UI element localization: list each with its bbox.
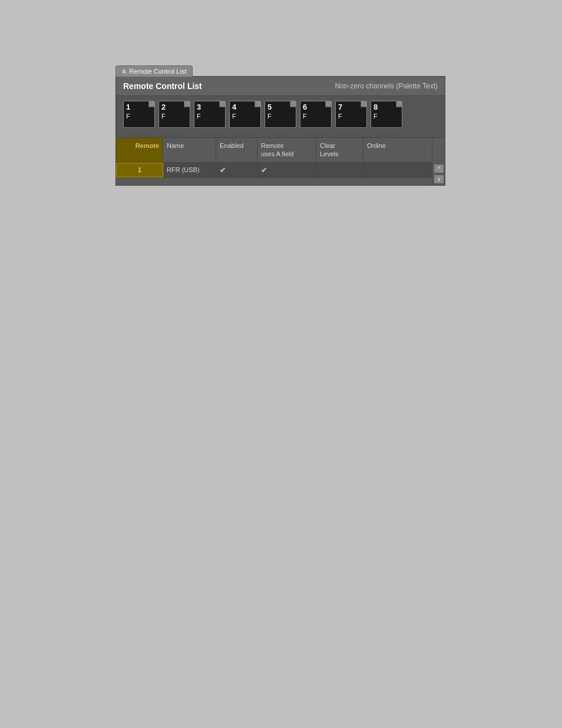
td-name: RFR (USB) <box>163 163 216 177</box>
channel-number: 7 <box>338 103 342 111</box>
channel-button-5[interactable]: 5 F <box>265 101 296 128</box>
scrollbar: ^ v <box>432 163 445 185</box>
channel-letter: F <box>338 113 342 120</box>
th-remote: Remote <box>116 138 163 162</box>
th-name: Name <box>163 138 216 162</box>
channel-letter: F <box>126 113 130 120</box>
table-row[interactable]: 1RFR (USB)✔✔ <box>116 163 432 178</box>
channels-area: 1 F 2 F 3 F 4 F 5 F 6 F 7 F 8 <box>116 96 445 138</box>
channel-letter: F <box>303 113 307 120</box>
panel-title: Remote Control List <box>123 81 202 91</box>
tab-label: 4. Remote Control List <box>122 68 186 75</box>
th-online: Online <box>363 138 405 162</box>
scroll-down-button[interactable]: v <box>434 174 444 184</box>
channel-button-6[interactable]: 6 F <box>300 101 332 128</box>
checkmark-icon: ✔ <box>261 166 267 174</box>
table-area: RemoteNameEnabledRemote uses A fieldClea… <box>116 138 445 185</box>
table-header-row: RemoteNameEnabledRemote uses A fieldClea… <box>116 138 445 163</box>
th-clear_levels: Clear Levels <box>316 138 363 162</box>
channel-number: 2 <box>161 103 166 111</box>
channel-number: 8 <box>373 103 378 111</box>
td-clear_levels <box>316 163 363 177</box>
channel-number: 3 <box>197 103 201 111</box>
panel-container: 4. Remote Control List Remote Control Li… <box>115 65 445 186</box>
checkmark-icon: ✔ <box>220 166 226 174</box>
scroll-up-button[interactable]: ^ <box>434 164 444 173</box>
td-online <box>363 163 405 177</box>
td-enabled: ✔ <box>216 163 257 177</box>
channel-button-7[interactable]: 7 F <box>335 101 367 128</box>
channel-button-4[interactable]: 4 F <box>229 101 261 128</box>
channel-number: 5 <box>267 103 272 111</box>
td-remote: 1 <box>116 163 163 177</box>
channel-number: 1 <box>126 103 130 111</box>
channel-button-3[interactable]: 3 F <box>194 101 226 128</box>
channel-letter: F <box>161 113 166 120</box>
channel-letter: F <box>267 113 272 120</box>
th-remote_uses_a_field: Remote uses A field <box>257 138 316 162</box>
panel-tab[interactable]: 4. Remote Control List <box>115 65 193 77</box>
channel-number: 6 <box>303 103 307 111</box>
td-remote_uses_a_field: ✔ <box>257 163 316 177</box>
channel-button-2[interactable]: 2 F <box>158 101 190 128</box>
channel-number: 4 <box>232 103 236 111</box>
remote-control-list-panel: Remote Control List Non-zero channels (P… <box>115 76 445 186</box>
channel-letter: F <box>197 113 201 120</box>
panel-header: Remote Control List Non-zero channels (P… <box>116 77 445 96</box>
channel-button-1[interactable]: 1 F <box>123 101 155 128</box>
channel-letter: F <box>373 113 378 120</box>
table-rows-wrapper: 1RFR (USB)✔✔ ^ v <box>116 163 445 185</box>
channel-letter: F <box>232 113 236 120</box>
panel-subtitle: Non-zero channels (Palette Text) <box>335 82 438 90</box>
channel-button-8[interactable]: 8 F <box>371 101 402 128</box>
th-enabled: Enabled <box>216 138 257 162</box>
